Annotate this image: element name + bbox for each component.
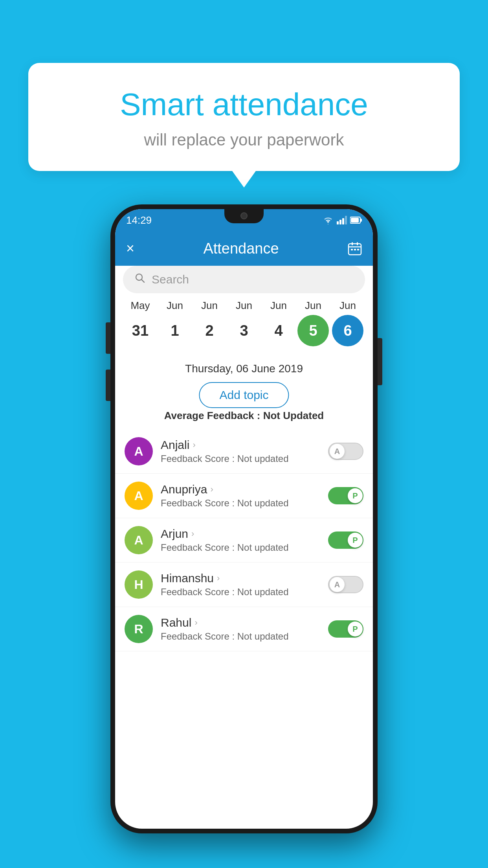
status-time: 14:29: [126, 214, 152, 226]
svg-rect-12: [357, 249, 359, 250]
toggle-knob: P: [348, 488, 363, 503]
month-4[interactable]: Jun: [263, 300, 294, 312]
speech-bubble-container: Smart attendance will replace your paper…: [28, 63, 460, 171]
student-name: Rahul ›: [161, 616, 320, 629]
toggle-knob: A: [330, 444, 345, 459]
list-item: H Himanshu › Feedback Score : Not update…: [115, 563, 373, 607]
avg-feedback-label: Average Feedback :: [164, 410, 263, 421]
attendance-toggle[interactable]: P: [328, 487, 363, 504]
svg-rect-10: [351, 249, 353, 250]
search-icon: [135, 273, 146, 287]
student-list: A Anjali › Feedback Score : Not updated …: [115, 429, 373, 829]
avatar: A: [125, 526, 153, 554]
wifi-icon: [323, 216, 334, 224]
svg-rect-2: [342, 218, 344, 224]
svg-rect-8: [352, 242, 353, 245]
date-2[interactable]: 2: [194, 315, 225, 346]
student-name: Himanshu ›: [161, 572, 320, 585]
date-3[interactable]: 3: [228, 315, 260, 346]
search-bar[interactable]: Search: [123, 266, 365, 293]
student-name: Anjali ›: [161, 438, 320, 452]
list-item: A Anupriya › Feedback Score : Not update…: [115, 474, 373, 518]
attendance-toggle[interactable]: A: [328, 443, 363, 460]
list-item: A Arjun › Feedback Score : Not updated P: [115, 518, 373, 563]
svg-rect-3: [345, 216, 347, 224]
avatar: A: [125, 482, 153, 510]
month-6[interactable]: Jun: [332, 300, 363, 312]
avg-feedback-value: Not Updated: [263, 410, 324, 421]
search-placeholder: Search: [152, 273, 189, 286]
student-name: Anupriya ›: [161, 483, 320, 496]
speech-bubble-title: Smart attendance: [52, 86, 436, 123]
selected-date-label: Thursday, 06 June 2019: [115, 362, 373, 375]
phone-notch: [224, 209, 264, 223]
svg-rect-0: [337, 221, 339, 224]
chevron-right-icon: ›: [217, 573, 220, 583]
student-info[interactable]: Himanshu › Feedback Score : Not updated: [161, 572, 320, 598]
signal-icon: [337, 216, 347, 224]
month-1[interactable]: Jun: [159, 300, 191, 312]
toggle-knob: P: [348, 533, 363, 548]
svg-rect-6: [351, 218, 359, 223]
attendance-toggle[interactable]: P: [328, 620, 363, 638]
list-item: A Anjali › Feedback Score : Not updated …: [115, 429, 373, 474]
avatar: A: [125, 437, 153, 465]
student-name: Arjun ›: [161, 527, 320, 541]
svg-rect-5: [360, 219, 362, 222]
svg-rect-9: [357, 242, 358, 245]
student-feedback: Feedback Score : Not updated: [161, 542, 320, 553]
student-feedback: Feedback Score : Not updated: [161, 631, 320, 642]
battery-icon: [350, 216, 362, 224]
month-3[interactable]: Jun: [228, 300, 260, 312]
calendar-icon[interactable]: [348, 241, 362, 256]
phone-mockup: 14:29: [110, 204, 378, 833]
calendar-dates: 31 1 2 3 4 5 6: [123, 315, 365, 346]
toggle-knob: P: [348, 622, 363, 636]
app-header: × Attendance: [115, 231, 373, 266]
avatar: R: [125, 615, 153, 643]
toggle-knob: A: [330, 577, 345, 592]
svg-rect-11: [354, 249, 356, 250]
page-title: Attendance: [203, 240, 279, 257]
close-button[interactable]: ×: [126, 240, 134, 257]
student-feedback: Feedback Score : Not updated: [161, 453, 320, 464]
month-2[interactable]: Jun: [194, 300, 225, 312]
list-item: R Rahul › Feedback Score : Not updated P: [115, 607, 373, 651]
add-topic-button[interactable]: Add topic: [199, 382, 289, 408]
speech-bubble-subtitle: will replace your paperwork: [52, 131, 436, 149]
month-5[interactable]: Jun: [297, 300, 329, 312]
student-feedback: Feedback Score : Not updated: [161, 498, 320, 509]
date-0[interactable]: 31: [125, 315, 156, 346]
avg-feedback: Average Feedback : Not Updated: [115, 410, 373, 422]
student-info[interactable]: Anjali › Feedback Score : Not updated: [161, 438, 320, 464]
month-0[interactable]: May: [125, 300, 156, 312]
student-info[interactable]: Rahul › Feedback Score : Not updated: [161, 616, 320, 642]
date-6[interactable]: 6: [332, 315, 363, 346]
date-5[interactable]: 5: [297, 315, 329, 346]
chevron-right-icon: ›: [193, 440, 195, 450]
chevron-right-icon: ›: [194, 618, 197, 628]
date-4[interactable]: 4: [263, 315, 294, 346]
student-info[interactable]: Anupriya › Feedback Score : Not updated: [161, 483, 320, 509]
svg-rect-1: [339, 220, 341, 224]
date-1[interactable]: 1: [159, 315, 191, 346]
avatar: H: [125, 570, 153, 599]
student-feedback: Feedback Score : Not updated: [161, 587, 320, 598]
calendar-months: May Jun Jun Jun Jun Jun Jun: [123, 300, 365, 312]
phone-outer: 14:29: [110, 204, 378, 833]
attendance-toggle[interactable]: A: [328, 576, 363, 593]
phone-screen: 14:29: [115, 209, 373, 829]
attendance-toggle[interactable]: P: [328, 531, 363, 549]
chevron-right-icon: ›: [210, 484, 213, 495]
student-info[interactable]: Arjun › Feedback Score : Not updated: [161, 527, 320, 553]
calendar-section: May Jun Jun Jun Jun Jun Jun 31 1 2 3 4 5…: [115, 300, 373, 346]
status-icons: [323, 216, 362, 224]
speech-bubble: Smart attendance will replace your paper…: [28, 63, 460, 171]
chevron-right-icon: ›: [191, 529, 194, 539]
front-camera: [240, 212, 248, 219]
